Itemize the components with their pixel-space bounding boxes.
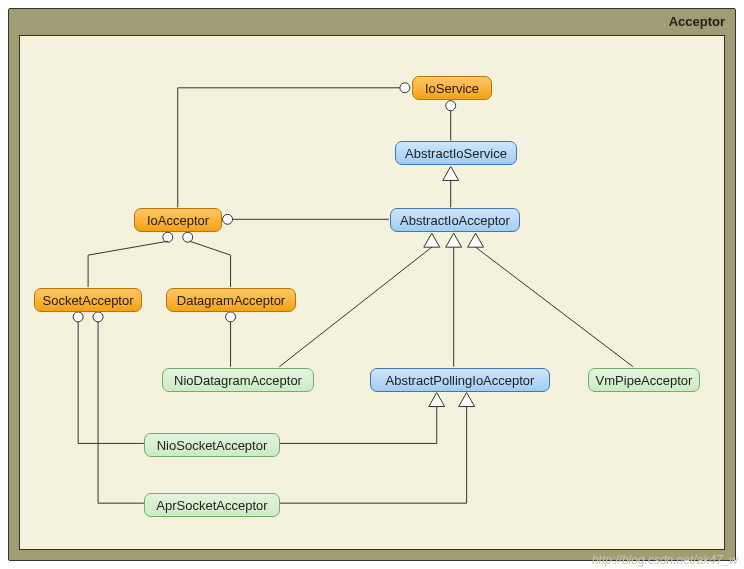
diagram-canvas: IoService AbstractIoService AbstractIoAc… <box>19 35 725 550</box>
node-abstract-io-acceptor: AbstractIoAcceptor <box>390 208 520 232</box>
frame-title: Acceptor <box>9 9 735 35</box>
node-apr-socket-acceptor: AprSocketAcceptor <box>144 493 280 517</box>
svg-point-12 <box>73 312 83 322</box>
node-abstract-polling-io-acceptor: AbstractPollingIoAcceptor <box>370 368 550 392</box>
diagram-frame: Acceptor IoService AbstractIoService Abs… <box>8 8 736 561</box>
node-socket-acceptor: SocketAcceptor <box>34 288 142 312</box>
svg-point-0 <box>400 83 410 93</box>
node-nio-datagram-acceptor: NioDatagramAcceptor <box>162 368 314 392</box>
svg-point-1 <box>446 101 456 111</box>
svg-marker-2 <box>443 166 459 180</box>
node-io-service: IoService <box>412 76 492 100</box>
svg-point-3 <box>223 214 233 224</box>
node-datagram-acceptor: DatagramAcceptor <box>166 288 296 312</box>
node-vm-pipe-acceptor: VmPipeAcceptor <box>588 368 700 392</box>
svg-marker-11 <box>459 393 475 407</box>
svg-marker-8 <box>468 233 484 247</box>
svg-point-13 <box>93 312 103 322</box>
svg-point-4 <box>163 232 173 242</box>
svg-point-5 <box>183 232 193 242</box>
watermark: http://blog.csdn.net/ak47_w <box>592 553 738 567</box>
svg-marker-10 <box>429 393 445 407</box>
svg-marker-7 <box>446 233 462 247</box>
svg-marker-6 <box>424 233 440 247</box>
node-io-acceptor: IoAcceptor <box>134 208 222 232</box>
svg-point-9 <box>226 312 236 322</box>
node-nio-socket-acceptor: NioSocketAcceptor <box>144 433 280 457</box>
node-abstract-io-service: AbstractIoService <box>395 141 517 165</box>
